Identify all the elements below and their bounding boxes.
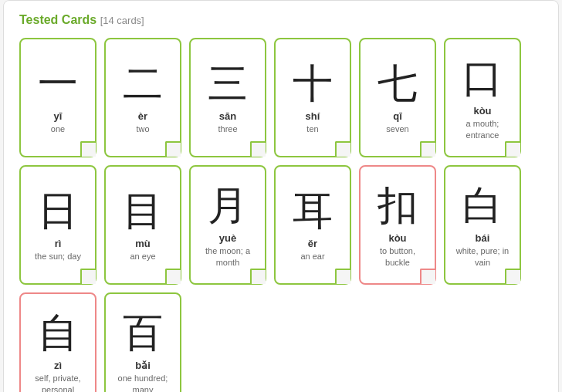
card-character: 日 <box>38 189 78 233</box>
flashcard[interactable]: 自zìself, private, personal <box>19 292 96 392</box>
card-character: 白 <box>462 184 503 228</box>
flashcard[interactable]: 口kòua mouth; entrance <box>444 38 521 157</box>
main-container: Tested Cards [14 cards] 一yīone二èrtwo三sān… <box>3 0 559 392</box>
card-pinyin: mù <box>135 238 151 249</box>
flashcard[interactable]: 百bǎione hundred; many <box>104 292 181 392</box>
card-character: 十 <box>293 62 333 106</box>
flashcard[interactable]: 月yuèthe moon; a month <box>189 165 266 285</box>
card-character: 七 <box>377 62 418 106</box>
card-meaning: ten <box>306 123 318 134</box>
card-pinyin: shí <box>306 110 320 122</box>
card-character: 二 <box>123 62 163 106</box>
card-pinyin: qī <box>393 110 402 122</box>
flashcard[interactable]: 二èrtwo <box>104 38 181 157</box>
card-meaning: one hundred; many <box>112 373 174 392</box>
flashcard[interactable]: 十shíten <box>274 38 351 157</box>
card-meaning: white, pure; in vain <box>452 245 513 268</box>
card-character: 三 <box>208 62 248 106</box>
card-meaning: the moon; a month <box>197 245 259 268</box>
card-meaning: self, private, personal <box>27 373 89 392</box>
card-meaning: a mouth; entrance <box>452 118 513 140</box>
card-character: 百 <box>123 311 163 355</box>
card-meaning: the sun; day <box>35 251 81 262</box>
card-meaning: an eye <box>130 251 155 262</box>
card-meaning: three <box>218 123 237 134</box>
card-meaning: one <box>51 123 65 134</box>
card-character: 自 <box>38 311 78 355</box>
flashcard[interactable]: 白báiwhite, pure; in vain <box>444 165 521 285</box>
card-character: 月 <box>208 184 248 228</box>
flashcard[interactable]: 目mùan eye <box>104 165 181 285</box>
flashcard[interactable]: 耳ěran ear <box>274 165 351 285</box>
card-pinyin: bǎi <box>135 360 151 371</box>
flashcard[interactable]: 七qīseven <box>359 38 436 157</box>
flashcard[interactable]: 三sānthree <box>189 38 266 157</box>
card-pinyin: bái <box>476 232 490 244</box>
card-character: 扣 <box>377 184 418 228</box>
flashcard[interactable]: 日rìthe sun; day <box>19 165 96 285</box>
card-pinyin: ěr <box>308 238 317 249</box>
card-meaning: an ear <box>300 251 324 262</box>
flashcard[interactable]: 扣kòuto button, buckle <box>359 165 436 285</box>
flashcard[interactable]: 一yīone <box>19 38 96 157</box>
section-title: Tested Cards <box>19 13 96 26</box>
cards-grid: 一yīone二èrtwo三sānthree十shíten七qīseven口kòu… <box>19 38 543 392</box>
card-pinyin: kòu <box>473 105 491 117</box>
card-pinyin: yī <box>54 110 63 122</box>
card-meaning: seven <box>386 123 408 134</box>
card-pinyin: yuè <box>219 232 236 244</box>
card-character: 口 <box>462 56 503 100</box>
card-pinyin: zì <box>54 360 62 371</box>
card-pinyin: sān <box>219 110 236 122</box>
card-character: 一 <box>38 62 78 106</box>
card-character: 耳 <box>293 189 333 233</box>
card-meaning: two <box>136 123 149 134</box>
card-pinyin: kòu <box>388 232 406 244</box>
card-meaning: to button, buckle <box>367 245 428 268</box>
card-pinyin: rì <box>55 238 62 249</box>
section-header: Tested Cards [14 cards] <box>19 13 543 27</box>
card-count: [14 cards] <box>100 15 144 26</box>
card-character: 目 <box>123 189 163 233</box>
card-pinyin: èr <box>138 110 147 122</box>
